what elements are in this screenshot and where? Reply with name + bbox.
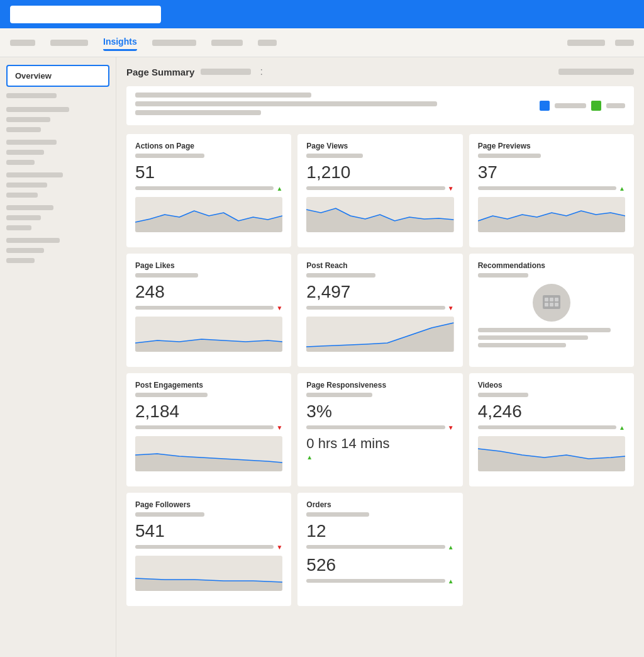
stat-value-reach: 2,497 — [306, 283, 453, 302]
stat-subtitle-likes — [135, 273, 198, 278]
sparkline-videos — [478, 436, 625, 471]
sidebar-item-overview[interactable]: Overview — [6, 65, 109, 87]
trend-icon-orders: ▲ — [448, 544, 454, 551]
stat-card-page-followers[interactable]: Page Followers 541 ▼ — [126, 493, 291, 606]
stat-card-post-engagements[interactable]: Post Engagements 2,184 ▼ — [126, 373, 291, 486]
sidebar-ph-6[interactable] — [6, 160, 35, 165]
sidebar-ph-9[interactable] — [6, 193, 38, 198]
sidebar-ph-4[interactable] — [6, 140, 57, 145]
legend-line-3 — [135, 110, 261, 115]
sidebar-ph-7[interactable] — [6, 172, 63, 177]
stat-bar-orders-2 — [306, 579, 445, 583]
stat-value-followers: 541 — [135, 522, 282, 541]
nav-item-8[interactable] — [615, 40, 634, 46]
stat-card-actions-on-page[interactable]: Actions on Page 51 ▲ — [126, 134, 291, 247]
sidebar-ph-2[interactable] — [6, 117, 50, 122]
nav-item-insights[interactable]: Insights — [103, 34, 137, 51]
stat-value-likes: 248 — [135, 283, 282, 302]
stat-bar-row-previews: ▲ — [478, 185, 625, 192]
stat-card-videos[interactable]: Videos 4,246 ▲ — [469, 373, 634, 486]
legend-dots — [540, 101, 625, 111]
sidebar-ph-14[interactable] — [6, 248, 44, 253]
stat-bar-videos — [478, 425, 616, 429]
recommendations-icon — [533, 284, 570, 322]
stat-value-views: 1,210 — [306, 163, 453, 182]
page-summary-header: Page Summary : — [126, 66, 634, 77]
stat-subtitle-responsiveness — [306, 393, 372, 397]
rec-lines — [478, 328, 625, 347]
sparkline-views — [306, 197, 453, 232]
svg-rect-6 — [545, 298, 548, 301]
nav-item-4[interactable] — [152, 40, 196, 46]
stat-card-page-previews[interactable]: Page Previews 37 ▲ — [469, 134, 634, 247]
stat-title-orders: Orders — [306, 500, 453, 509]
stat-card-orders[interactable]: Orders 12 ▲ 526 ▲ — [297, 493, 462, 606]
chart-legend-area — [126, 86, 634, 125]
sparkline-previews — [478, 197, 625, 232]
trend-icon-actions: ▲ — [276, 185, 282, 192]
svg-rect-11 — [555, 303, 558, 306]
svg-marker-0 — [135, 211, 282, 232]
stat-card-recommendations[interactable]: Recommendations — [469, 254, 634, 367]
legend-label-ph-1 — [555, 103, 586, 108]
svg-marker-1 — [306, 208, 453, 232]
stat-title-engagements: Post Engagements — [135, 381, 282, 390]
trend-icon-previews: ▲ — [619, 185, 625, 192]
stat-title-actions: Actions on Page — [135, 142, 282, 150]
stat-bar-row-views: ▼ — [306, 185, 453, 192]
stat-bar-reach — [306, 306, 445, 310]
sidebar-ph-11[interactable] — [6, 215, 41, 220]
sidebar-ph-12[interactable] — [6, 225, 31, 230]
legend-line-2 — [135, 101, 437, 106]
svg-marker-12 — [135, 454, 282, 471]
sidebar-ph-8[interactable] — [6, 182, 47, 188]
svg-rect-8 — [555, 298, 558, 301]
stat-subtitle-recommendations — [478, 273, 528, 278]
stat-bar-row-responsiveness-2: ▲ — [306, 454, 453, 461]
page-summary-ph — [201, 69, 251, 75]
stat-card-page-views[interactable]: Page Views 1,210 ▼ — [297, 134, 462, 247]
stat-title-views: Page Views — [306, 142, 453, 150]
nav-item-6[interactable] — [258, 40, 277, 46]
stat-subtitle-reach — [306, 273, 375, 278]
nav-item-1[interactable] — [10, 40, 35, 46]
page-summary-dots: : — [260, 66, 262, 77]
sidebar-ph-5[interactable] — [6, 150, 44, 155]
legend-line-1 — [135, 93, 311, 98]
nav-item-7[interactable] — [567, 40, 605, 46]
page-summary-title: Page Summary — [126, 67, 194, 77]
stat-bar-actions — [135, 186, 274, 190]
stat-bar-orders — [306, 545, 445, 549]
sidebar: Overview — [0, 57, 116, 657]
stat-bar-likes — [135, 306, 274, 310]
stat-card-page-responsiveness[interactable]: Page Responsiveness 3% ▼ 0 hrs 14 mins ▲ — [297, 373, 462, 486]
top-bar — [0, 0, 644, 28]
svg-rect-5 — [543, 295, 560, 309]
sidebar-ph-15[interactable] — [6, 258, 35, 263]
stat-bar-row-followers: ▼ — [135, 544, 282, 551]
svg-rect-9 — [545, 303, 548, 306]
stat-subtitle-views — [306, 154, 363, 158]
stat-bar-views — [306, 186, 445, 190]
stat-value-actions: 51 — [135, 163, 282, 182]
sidebar-ph-3[interactable] — [6, 127, 41, 132]
stat-title-recommendations: Recommendations — [478, 261, 625, 270]
nav-item-2[interactable] — [50, 40, 88, 46]
sidebar-section — [6, 93, 57, 98]
legend-label-ph-2 — [606, 103, 625, 108]
search-input[interactable] — [10, 6, 161, 23]
sidebar-ph-10[interactable] — [6, 205, 53, 210]
stat-title-followers: Page Followers — [135, 500, 282, 509]
legend-color-blue — [540, 101, 550, 111]
sidebar-ph-1[interactable] — [6, 107, 69, 112]
trend-icon-reach: ▼ — [448, 305, 454, 312]
svg-marker-13 — [478, 449, 625, 471]
svg-rect-7 — [550, 298, 553, 301]
stat-title-reach: Post Reach — [306, 261, 453, 270]
sidebar-ph-13[interactable] — [6, 238, 60, 243]
nav-item-5[interactable] — [211, 40, 243, 46]
stat-card-post-reach[interactable]: Post Reach 2,497 ▼ — [297, 254, 462, 367]
stat-card-page-likes[interactable]: Page Likes 248 ▼ — [126, 254, 291, 367]
stat-subtitle-actions — [135, 154, 204, 158]
stat-value-orders-2: 526 — [306, 556, 453, 575]
